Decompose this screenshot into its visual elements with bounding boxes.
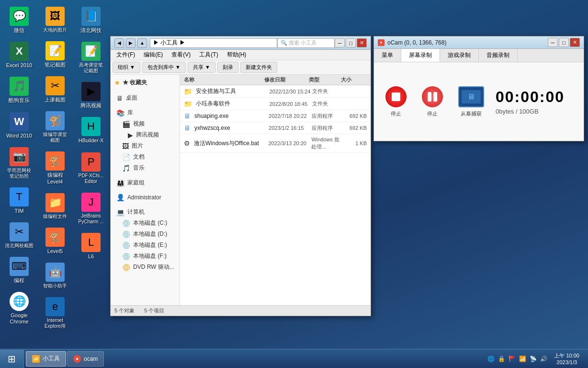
sidebar-admin[interactable]: 👤 Administrator xyxy=(111,192,180,203)
desktop-icon-tim[interactable]: T TIM xyxy=(2,185,36,216)
desktop-icon-excel[interactable]: X Excel 2010 xyxy=(2,40,36,70)
tray-security-icon[interactable]: 🔒 xyxy=(498,355,505,363)
pause-icon xyxy=(428,92,437,102)
desktop-icon-hbuilder[interactable]: H HBuilder·X xyxy=(74,115,108,146)
sidebar-doc[interactable]: 📄 文档 xyxy=(111,151,180,162)
file-row-1[interactable]: 📁 小珏杀毒软件 2022/8/20 18:45 文件夹 xyxy=(180,98,371,110)
desktop-icon-bianji-files[interactable]: 📁 猿编程文件 xyxy=(38,191,72,221)
sidebar-library[interactable]: 📚 库 xyxy=(111,107,180,118)
menu-view[interactable]: 查看(V) xyxy=(168,50,194,60)
desktop-icon-ie[interactable]: e InternetExplore用 xyxy=(38,295,72,331)
up-button[interactable]: ▲ xyxy=(137,38,147,48)
bat-icon-4: ⚙ xyxy=(184,139,190,147)
desktop-icon-word[interactable]: W Word 2010 xyxy=(2,110,36,141)
organize-button[interactable]: 组织 ▼ xyxy=(113,62,140,73)
ocam-tab-game[interactable]: 游戏录制 xyxy=(440,49,479,62)
timer-text: 00:00:00 xyxy=(496,88,565,106)
sidebar-dvd[interactable]: 📀 DVD RW 驱动... xyxy=(111,262,180,273)
desktop-icon-tencent-video[interactable]: ▶ 腾讯视频 xyxy=(74,80,108,111)
address-path-display[interactable]: ▶ 小工具 ▶ xyxy=(150,38,277,48)
minimize-button[interactable]: ─ xyxy=(335,38,345,47)
file-row-3[interactable]: 🖥 yxhwzscq.exe 2023/1/2 16:15 应用程序 692 K… xyxy=(180,122,371,134)
add-to-library-button[interactable]: 包含到库中 ▼ xyxy=(142,62,186,73)
file-row-0[interactable]: 📁 安全措施与工具 2022/12/30 15:24 文件夹 xyxy=(180,85,371,98)
desktop-icon-qqmusic[interactable]: 🎵 酷狗音乐 xyxy=(2,75,36,105)
forward-button[interactable]: ▶ xyxy=(126,38,136,48)
taskbar-item-ocam[interactable]: ● ocam xyxy=(67,351,104,367)
desktop-icon-photo[interactable]: 🖼 大地的图片 xyxy=(38,5,72,35)
taskbar-item-file-explorer[interactable]: 📁 小工具 xyxy=(26,351,66,367)
desktop-icon-bianji4[interactable]: 🐒 猿编导课堂截图 xyxy=(38,109,72,145)
ocam-pause-button[interactable]: 停止 xyxy=(418,85,447,118)
stop-label: 停止 xyxy=(391,110,401,117)
desktop-icon-notebook[interactable]: 📝 笔记截图 xyxy=(38,39,72,70)
col-date-header[interactable]: 修改日期 xyxy=(264,76,309,83)
desktop-icon-level5[interactable]: 🐒 Level5 xyxy=(38,226,72,256)
tray-volume-icon[interactable]: 🔊 xyxy=(540,355,547,363)
desktop-icon-chrome[interactable]: 🌐 GoogleChrome xyxy=(2,290,36,327)
chrome-icon: 🌐 xyxy=(10,292,29,311)
tray-network-icon[interactable]: 🌐 xyxy=(487,355,495,363)
ocam-capture-button[interactable]: 🖥 从幕捕获 xyxy=(454,85,488,118)
qingbei-label: 清北网校截图 xyxy=(5,243,34,249)
desktop-icon-xueer[interactable]: 📷 学而思网校笔记拍照 xyxy=(2,145,36,181)
stop-circle xyxy=(385,86,407,107)
bianji-label: 编程 xyxy=(14,277,24,284)
admin-icon: 👤 xyxy=(116,194,124,201)
desktop-icon-wechat[interactable]: 💬 微信 xyxy=(2,5,36,35)
sidebar-drive-d[interactable]: 💿 本地磁盘 (D:) xyxy=(111,229,180,240)
sidebar-computer[interactable]: 💻 计算机 xyxy=(111,207,180,218)
tray-signal-icon[interactable]: 📡 xyxy=(529,355,537,363)
taskbar: ⊞ 📁 小工具 ● ocam 🌐 🔒 🚩 📶 📡 🔊 上午 10:00 2023… xyxy=(0,349,588,368)
sidebar-drive-c[interactable]: 💿 本地磁盘 (C:) xyxy=(111,218,180,229)
tray-flag-icon[interactable]: 🚩 xyxy=(508,355,516,363)
ie-icon: e xyxy=(45,297,65,316)
menu-tools[interactable]: 工具(T) xyxy=(195,50,222,60)
new-folder-button[interactable]: 新建文件夹 xyxy=(240,62,277,73)
sidebar-video[interactable]: 🎬 视频 xyxy=(111,118,180,129)
col-size-header[interactable]: 大小 xyxy=(341,76,367,83)
path-text: ▶ 小工具 ▶ xyxy=(153,39,185,47)
maximize-button[interactable]: □ xyxy=(346,38,356,47)
desktop-icon-ai-assistant[interactable]: 🤖 智能小助手 xyxy=(38,261,72,291)
ocam-titlebar: ● oCam (0, 0, 1366, 768) ─ □ ✕ xyxy=(374,36,584,49)
col-name-header[interactable]: 名称 xyxy=(184,76,264,83)
sidebar-drive-e[interactable]: 💿 本地磁盘 (E:) xyxy=(111,240,180,251)
desktop-icon-bianji[interactable]: ⌨ 编程 xyxy=(2,255,36,286)
file-row-4[interactable]: ⚙ 激活Windows与Office.bat 2022/3/13 20:20 W… xyxy=(180,134,371,153)
desktop-icon-qingbei[interactable]: ✂ 清北网校截图 xyxy=(2,220,36,251)
desktop-icon-jetbrains[interactable]: J JetBrainsPyCharm ... xyxy=(74,191,108,227)
sidebar-family[interactable]: 👨‍👩‍👧 家庭组 xyxy=(111,177,180,188)
desktop-icon-level4[interactable]: 🐒 猿编程Level4 xyxy=(38,150,72,186)
start-button[interactable]: ⊞ xyxy=(0,350,24,368)
ocam-tab-menu[interactable]: 菜单 xyxy=(374,49,401,62)
col-type-header[interactable]: 类型 xyxy=(309,76,341,83)
close-button[interactable]: ✕ xyxy=(357,38,367,47)
burn-button[interactable]: 刻录 xyxy=(217,62,238,73)
desktop-icon-l6[interactable]: L L6 xyxy=(74,231,108,262)
ocam-close-button[interactable]: ✕ xyxy=(570,38,580,47)
desktop-icon-pdf[interactable]: P PDF·XChi...Editor xyxy=(74,150,108,186)
desktop-icon-shangjie[interactable]: ✂ 上课截图 xyxy=(38,74,72,105)
sidebar-drive-f[interactable]: 💿 本地磁盘 (F:) xyxy=(111,251,180,262)
menu-file[interactable]: 文件(F) xyxy=(113,50,139,60)
desktop-icon-qingbei2[interactable]: 📘 清北网技 xyxy=(74,5,108,35)
ocam-tab-screen[interactable]: 屏幕录制 xyxy=(401,49,440,62)
ocam-stop-button[interactable]: 停止 xyxy=(382,85,410,118)
sidebar-photo[interactable]: 🖼 图片 xyxy=(111,140,180,151)
sidebar-desktop[interactable]: 🖥 桌面 xyxy=(111,92,180,104)
search-box[interactable]: 🔍 搜索 小工具 xyxy=(277,38,335,48)
menu-edit[interactable]: 编辑(E) xyxy=(140,50,167,60)
favorites-header[interactable]: ★ ★ 收藏夹 xyxy=(111,77,180,89)
sidebar-music[interactable]: 🎵 音乐 xyxy=(111,162,180,173)
sidebar-tencent-video[interactable]: ▶ 腾讯视频 xyxy=(111,129,180,140)
menu-help[interactable]: 帮助(H) xyxy=(223,50,250,60)
ocam-maximize-button[interactable]: □ xyxy=(559,38,569,47)
file-row-2[interactable]: 🖥 shuaping.exe 2022/7/18 20:22 应用程序 692 … xyxy=(180,110,371,122)
tray-wifi-icon[interactable]: 📶 xyxy=(519,355,526,363)
back-button[interactable]: ◀ xyxy=(114,38,124,48)
ocam-tab-audio[interactable]: 音频录制 xyxy=(479,49,518,62)
share-button[interactable]: 共享 ▼ xyxy=(188,62,215,73)
desktop-icon-gaoke[interactable]: 📝 高考课堂笔记截图 xyxy=(74,40,108,76)
ocam-minimize-button[interactable]: ─ xyxy=(548,38,558,47)
